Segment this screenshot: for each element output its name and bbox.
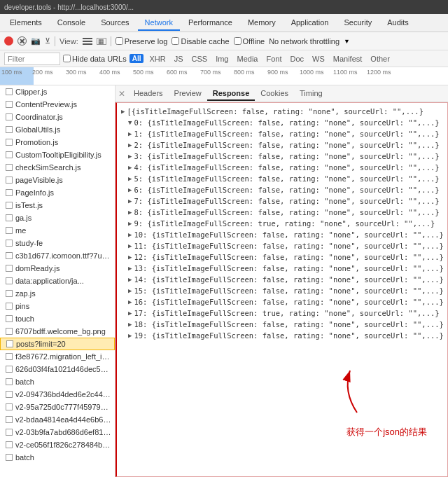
response-tabs: ✕ Headers Preview Response Cookies Timin…	[115, 85, 448, 102]
file-item[interactable]: GlobalUtils.js	[0, 123, 115, 136]
json-item[interactable]: ▶1: {isTitleImageFullScreen: false, rati…	[121, 128, 443, 139]
file-item[interactable]: ContentPreview.js	[0, 98, 115, 111]
font-filter[interactable]: Font	[263, 54, 284, 64]
filter-button[interactable]: ⊻	[45, 36, 50, 46]
file-item[interactable]: me	[0, 224, 115, 237]
view-detail-icon[interactable]: ▦	[97, 38, 106, 45]
file-item[interactable]: batch	[0, 451, 115, 464]
json-item[interactable]: ▶7: {isTitleImageFullScreen: false, rati…	[121, 195, 443, 207]
file-item[interactable]: batch	[0, 375, 115, 388]
tab-memory[interactable]: Memory	[241, 15, 283, 31]
file-item[interactable]: isTest.js	[0, 199, 115, 212]
file-item[interactable]: 6707bdff.welcome_bg.png	[0, 325, 115, 338]
img-filter[interactable]: Img	[213, 54, 231, 64]
tab-cookies[interactable]: Cookies	[255, 87, 294, 101]
file-item[interactable]: pins	[0, 300, 115, 312]
tab-audits[interactable]: Audits	[380, 15, 416, 31]
js-filter[interactable]: JS	[172, 54, 186, 64]
json-item[interactable]: ▶6: {isTitleImageFullScreen: false, rati…	[121, 184, 443, 195]
hide-data-urls-checkbox[interactable]: Hide data URLs	[63, 55, 127, 63]
doc-filter[interactable]: Doc	[287, 54, 307, 64]
tab-preview[interactable]: Preview	[169, 87, 207, 101]
css-filter[interactable]: CSS	[189, 54, 211, 64]
file-item[interactable]: checkSimSearch.js	[0, 161, 115, 174]
tab-performance[interactable]: Performance	[181, 15, 239, 31]
other-filter[interactable]: Other	[368, 54, 393, 64]
json-item[interactable]: ▼0: {isTitleImageFullScreen: false, rati…	[121, 117, 443, 128]
file-item[interactable]: f3e87672.migration_left_img.p	[0, 350, 115, 363]
file-item[interactable]: posts?limit=20	[0, 338, 115, 350]
offline-checkbox[interactable]: Offline	[234, 37, 265, 46]
screenshot-button[interactable]: 📷	[31, 36, 41, 46]
json-item[interactable]: ▶3: {isTitleImageFullScreen: false, rati…	[121, 151, 443, 162]
file-item[interactable]: 626d03f4fa1021d46dec5b5bb	[0, 363, 115, 375]
file-item[interactable]: Coordinator.js	[0, 111, 115, 123]
json-header: ▶[{isTitleImageFullScreen: false, rating…	[121, 106, 443, 117]
xhr-filter[interactable]: XHR	[146, 54, 168, 64]
file-item[interactable]: v2-03b9fa7abd686d6ef81b477	[0, 426, 115, 438]
view-list-icon[interactable]	[83, 38, 92, 45]
tab-response[interactable]: Response	[207, 87, 255, 101]
json-item[interactable]: ▶19: {isTitleImageFullScreen: false, rat…	[121, 330, 443, 341]
file-item[interactable]: Clipper.js	[0, 85, 115, 98]
json-item[interactable]: ▶18: {isTitleImageFullScreen: false, rat…	[121, 319, 443, 330]
json-item[interactable]: ▶10: {isTitleImageFullScreen: false, rat…	[121, 229, 443, 240]
file-item[interactable]: v2-094736bd4ded6e2c44fd11	[0, 388, 115, 401]
file-name: isTest.js	[15, 201, 43, 209]
file-item[interactable]: pageVisible.js	[0, 174, 115, 186]
file-checkbox	[6, 126, 13, 133]
file-item[interactable]: CustomTooltipEligibility.js	[0, 148, 115, 161]
record-button[interactable]	[4, 36, 13, 46]
json-item[interactable]: ▶8: {isTitleImageFullScreen: false, rati…	[121, 207, 443, 218]
tab-headers[interactable]: Headers	[128, 87, 169, 101]
json-item[interactable]: ▶9: {isTitleImageFullScreen: true, ratin…	[121, 218, 443, 229]
json-item[interactable]: ▶2: {isTitleImageFullScreen: false, rati…	[121, 139, 443, 151]
file-item[interactable]: touch	[0, 312, 115, 325]
disable-cache-checkbox[interactable]: Disable cache	[172, 37, 229, 46]
json-item[interactable]: ▶4: {isTitleImageFullScreen: false, rati…	[121, 162, 443, 173]
all-filter-btn[interactable]: All	[130, 54, 144, 63]
json-item[interactable]: ▶5: {isTitleImageFullScreen: false, rati…	[121, 173, 443, 184]
json-item[interactable]: ▶16: {isTitleImageFullScreen: false, rat…	[121, 296, 443, 307]
tab-network[interactable]: Network	[138, 15, 180, 31]
json-item[interactable]: ▶13: {isTitleImageFullScreen: false, rat…	[121, 263, 443, 274]
file-item[interactable]: domReady.js	[0, 262, 115, 275]
file-item[interactable]: v2-95a725d0c777f459794388	[0, 401, 115, 413]
json-item[interactable]: ▶11: {isTitleImageFullScreen: false, rat…	[121, 240, 443, 251]
tick-100: 100 ms	[1, 69, 22, 76]
clear-button[interactable]	[18, 36, 27, 46]
file-item[interactable]: c3b1d677.icomoon.ttf?7uv23k	[0, 249, 115, 262]
filter-input[interactable]	[4, 53, 60, 65]
main-area: Clipper.jsContentPreview.jsCoordinator.j…	[0, 85, 448, 477]
tab-timing[interactable]: Timing	[294, 87, 328, 101]
json-item[interactable]: ▶12: {isTitleImageFullScreen: false, rat…	[121, 251, 443, 263]
throttle-dropdown[interactable]: No network throttling	[269, 37, 340, 46]
file-item[interactable]: study-fe	[0, 237, 115, 249]
file-item[interactable]: Promotion.js	[0, 136, 115, 148]
json-item[interactable]: ▶14: {isTitleImageFullScreen: false, rat…	[121, 274, 443, 285]
file-name: data:application/ja...	[15, 277, 84, 285]
close-response-btn[interactable]: ✕	[118, 89, 125, 99]
file-item[interactable]: v2-bdaa4814ea4d44e6b6e334	[0, 413, 115, 426]
ws-filter[interactable]: WS	[309, 54, 328, 64]
divider2	[111, 36, 111, 46]
tab-elements[interactable]: Elements	[3, 15, 49, 31]
throttle-arrow[interactable]: ▼	[344, 38, 350, 45]
json-item[interactable]: ▶17: {isTitleImageFullScreen: true, rati…	[121, 307, 443, 319]
manifest-filter[interactable]: Manifest	[330, 54, 365, 64]
tab-sources[interactable]: Sources	[94, 15, 136, 31]
file-item[interactable]: data:application/ja...	[0, 275, 115, 287]
file-checkbox	[6, 252, 13, 259]
file-checkbox	[6, 101, 13, 108]
tab-console[interactable]: Console	[50, 15, 92, 31]
json-item[interactable]: ▶15: {isTitleImageFullScreen: false, rat…	[121, 285, 443, 296]
tab-security[interactable]: Security	[337, 15, 379, 31]
file-item[interactable]: v2-ce056f1f826c278484ba2bf	[0, 438, 115, 451]
tab-application[interactable]: Application	[284, 15, 336, 31]
file-item[interactable]: ga.js	[0, 212, 115, 224]
file-item[interactable]: zap.js	[0, 287, 115, 300]
file-item[interactable]: PageInfo.js	[0, 186, 115, 199]
media-filter[interactable]: Media	[234, 54, 260, 64]
top-bar-url: developer.tools - http://...localhost:30…	[4, 4, 134, 11]
preserve-log-checkbox[interactable]: Preserve log	[115, 37, 168, 46]
